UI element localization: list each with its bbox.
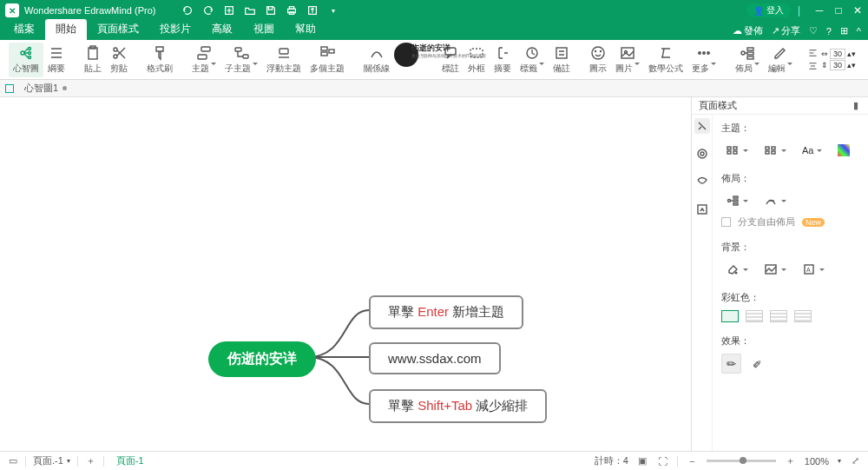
undo-icon[interactable]: [181, 4, 194, 17]
paste-button[interactable]: 貼上: [80, 43, 106, 77]
zoom-dropdown[interactable]: ▾: [838, 457, 841, 465]
icon-button[interactable]: 圖示: [585, 43, 611, 77]
redo-icon[interactable]: [202, 4, 214, 17]
canvas[interactable]: 伤逝的安详 單擊 Enter 新增主題 www.ssdax.com 單擊 Shi…: [0, 97, 691, 451]
minimize-button[interactable]: ─: [814, 4, 825, 17]
child-topic-1[interactable]: 單擊 Enter 新增主題: [369, 295, 523, 329]
fit-icon[interactable]: ⛶: [657, 455, 668, 467]
sb-tab-style[interactable]: [694, 118, 710, 134]
edit-icon: [772, 44, 789, 62]
help-icon[interactable]: ?: [826, 26, 832, 36]
menu-advanced[interactable]: 高級: [201, 19, 243, 40]
h-spacing-value[interactable]: 30: [830, 49, 845, 59]
sb-tab-theme[interactable]: [694, 146, 710, 162]
svg-rect-46: [772, 147, 775, 149]
menu-slideshow[interactable]: 投影片: [149, 19, 201, 40]
v-spacing-value[interactable]: 30: [830, 60, 845, 70]
align-left-icon[interactable]: [807, 48, 819, 59]
statusbar: ▭ 頁面.-1▾ ＋ 頁面-1 計時：4 ▣ ⛶ − ＋ 100% ▾ ⤢: [0, 451, 868, 470]
page-list-icon[interactable]: ▭: [7, 455, 18, 467]
layout-icon: [739, 44, 756, 62]
zoom-slider[interactable]: [707, 460, 776, 462]
print-icon[interactable]: [286, 4, 298, 17]
app-logo: ✕: [5, 3, 19, 17]
login-button[interactable]: 👤 登入: [746, 3, 791, 17]
svg-rect-42: [733, 147, 737, 149]
export-icon[interactable]: [306, 4, 319, 17]
align-center-icon[interactable]: [807, 61, 819, 72]
menu-file[interactable]: 檔案: [3, 19, 45, 40]
bg-image[interactable]: [760, 260, 791, 279]
brush-icon: [151, 44, 168, 62]
tag-button[interactable]: 標籤: [516, 43, 549, 77]
more-button[interactable]: 更多: [687, 43, 720, 77]
free-branch-checkbox[interactable]: [721, 217, 731, 227]
open-icon[interactable]: [244, 4, 256, 17]
relation-button[interactable]: 關係線: [359, 43, 394, 77]
sb-tab-clip[interactable]: [694, 202, 710, 217]
theme-preset-2[interactable]: [760, 141, 791, 160]
formula-button[interactable]: 數學公式: [644, 43, 687, 77]
share-button[interactable]: ↗ 分享: [772, 24, 800, 37]
page-selector[interactable]: 頁面.-1▾: [33, 454, 70, 467]
format-brush-button[interactable]: 格式刷: [142, 43, 177, 77]
subtopic-button[interactable]: 子主題: [220, 43, 262, 77]
collapse-ribbon-icon[interactable]: ^: [857, 26, 861, 36]
menu-help[interactable]: 幫助: [285, 19, 326, 40]
edit-button[interactable]: 編輯: [764, 43, 797, 77]
document-tab[interactable]: 心智圖1: [19, 82, 72, 95]
font-select[interactable]: Aa: [798, 142, 826, 158]
zoom-out-button[interactable]: −: [687, 455, 698, 467]
theme-preset-1[interactable]: [721, 141, 753, 160]
bg-fill[interactable]: [721, 260, 753, 279]
menu-home[interactable]: 開始: [45, 19, 87, 40]
svg-rect-19: [321, 52, 327, 56]
rainbow-opt-3[interactable]: [770, 310, 787, 322]
focus-icon[interactable]: ▣: [637, 455, 648, 467]
fullscreen-icon[interactable]: ⤢: [850, 455, 861, 467]
page-tab-1[interactable]: 頁面-1: [111, 454, 149, 467]
border-button[interactable]: 外框: [464, 43, 490, 77]
rainbow-opt-4[interactable]: [794, 310, 812, 322]
menu-page-style[interactable]: 頁面樣式: [87, 19, 149, 40]
layout-connector[interactable]: [760, 191, 791, 210]
publish-button[interactable]: ☁ 發佈: [733, 24, 763, 37]
outline-view-button[interactable]: 綱要: [43, 43, 69, 77]
layout-tree[interactable]: [721, 191, 753, 210]
cut-copy-button[interactable]: 剪貼: [106, 43, 132, 77]
mindmap-view-button[interactable]: 心智圖: [9, 43, 43, 77]
subtopic-icon: [233, 44, 250, 62]
multiple-topic-button[interactable]: 多個主題: [306, 43, 349, 77]
new-icon[interactable]: [223, 4, 235, 17]
maximize-button[interactable]: □: [833, 4, 844, 17]
rainbow-opt-2[interactable]: [746, 310, 763, 322]
chevron-down-icon[interactable]: ▾: [327, 4, 339, 17]
free-branch-label: 分支自由佈局: [738, 215, 795, 228]
notify-icon[interactable]: ♡: [809, 25, 818, 36]
add-page-button[interactable]: ＋: [85, 455, 96, 467]
child-topic-2[interactable]: www.ssdax.com: [369, 342, 501, 374]
color-picker[interactable]: [833, 142, 854, 159]
menu-view[interactable]: 視圖: [243, 19, 285, 40]
summary-button[interactable]: 摘要: [490, 43, 516, 77]
effect-sketch[interactable]: ✏: [748, 354, 766, 373]
root-topic[interactable]: 伤逝的安详: [208, 341, 316, 377]
save-icon[interactable]: [265, 4, 277, 17]
layout-button[interactable]: 佈局: [731, 43, 764, 77]
image-button[interactable]: 圖片: [611, 43, 644, 77]
topic-button[interactable]: 主題: [187, 43, 220, 77]
rainbow-opt-1[interactable]: [721, 310, 739, 322]
zoom-in-button[interactable]: ＋: [785, 455, 796, 467]
bg-watermark[interactable]: A: [798, 260, 829, 279]
scissors-icon: [110, 44, 128, 62]
close-button[interactable]: ✕: [852, 4, 863, 17]
grid-icon[interactable]: ⊞: [840, 25, 848, 36]
doc-tab-label: 心智圖1: [24, 82, 58, 95]
sidebar-pin-icon[interactable]: ▮: [850, 100, 861, 111]
remark-button[interactable]: 備註: [549, 43, 575, 77]
floating-topic-button[interactable]: 浮動主題: [262, 43, 306, 77]
effect-hand[interactable]: ✎: [721, 354, 741, 374]
multiple-icon: [319, 44, 336, 62]
sb-tab-icon[interactable]: [694, 174, 710, 189]
child-topic-3[interactable]: 單擊 Shift+Tab 減少縮排: [369, 389, 547, 423]
